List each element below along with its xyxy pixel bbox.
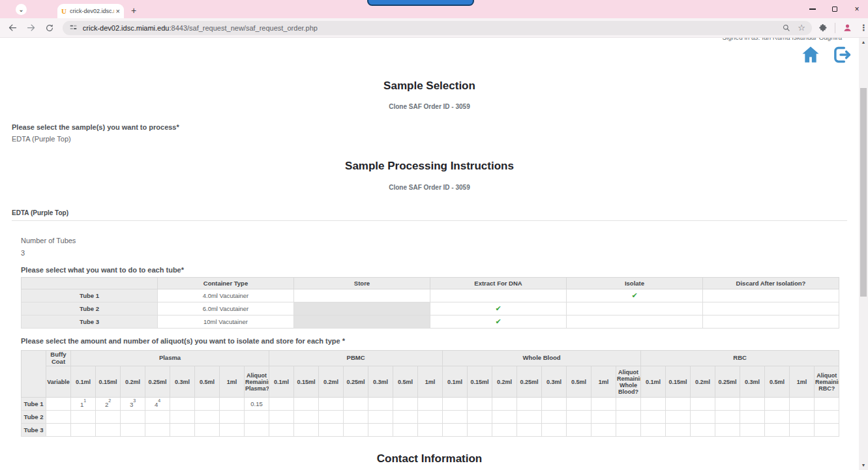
profile-avatar-icon[interactable] <box>842 22 853 33</box>
number-of-tubes-label: Number of Tubes <box>21 237 76 244</box>
browser-tab[interactable]: U crick-dev02.idsc.miami.edu:844 × <box>57 4 124 18</box>
tab-search-button[interactable]: ⌄ <box>16 4 27 15</box>
page-title-sample-selection: Sample Selection <box>0 80 859 93</box>
back-button[interactable] <box>4 20 22 37</box>
extensions-puzzle-icon[interactable] <box>818 23 828 33</box>
plasma-size-header: 0.25ml <box>145 366 170 398</box>
aliquot-cell <box>468 424 492 437</box>
aliquot-cell <box>220 424 245 437</box>
site-info-icon <box>69 23 78 32</box>
aliquot-cell <box>294 411 319 424</box>
plasma-size-header: 0.3ml <box>170 366 195 398</box>
aliquot-cell <box>468 411 492 424</box>
aliquot-cell <box>344 424 368 437</box>
aliquot-cell <box>715 424 740 437</box>
plasma-size-header: 0.1ml <box>71 366 96 398</box>
logout-icon[interactable] <box>830 44 854 65</box>
aliquot-cell <box>765 424 790 437</box>
aliquot-cell <box>245 424 269 437</box>
aliquot-cell <box>616 424 641 437</box>
aliquot-label: Please select the amount and number of a… <box>21 337 345 345</box>
aliquot-cell <box>517 398 542 411</box>
header-variable: Variable <box>46 366 71 398</box>
rbc-size-header: 0.15ml <box>666 366 691 398</box>
aliquot-cell <box>567 411 591 424</box>
section-label-edta: EDTA (Purple Top) <box>12 209 68 216</box>
sub-header-row: Variable 0.1ml 0.15ml 0.2ml 0.25ml 0.3ml… <box>22 366 839 398</box>
tube2-label: Tube 2 <box>22 411 46 424</box>
tube3-label: Tube 3 <box>22 316 158 329</box>
aliquot-cell <box>591 411 616 424</box>
aliquot-cell <box>344 398 368 411</box>
wb-size-header: 0.5ml <box>567 366 591 398</box>
aliquot-cell <box>269 411 294 424</box>
address-bar[interactable]: crick-dev02.idsc.miami.edu:8443/saf_requ… <box>63 21 812 35</box>
aliquot-cell <box>790 411 815 424</box>
aliquot-table: Buffy Coat Plasma PBMC Whole Blood RBC V… <box>21 350 839 437</box>
table-row: Tube 1 4.0ml Vacutainer ✔ <box>22 289 839 302</box>
aliquot-cell <box>616 411 641 424</box>
header-rem-plasma: Aliquot Remaining Plasma? <box>245 366 269 398</box>
tube-action-label: Please select what you want to do to eac… <box>21 266 184 274</box>
group-buffy-coat: Buffy Coat <box>46 351 71 366</box>
sample-type-value: EDTA (Purple Top) <box>12 135 71 143</box>
forward-button[interactable] <box>22 20 40 37</box>
header-container-type: Container Type <box>158 278 294 289</box>
aliquot-cell: 33 <box>121 398 145 411</box>
tube3-container: 10ml Vacutainer <box>158 316 294 329</box>
aliquot-sup: 1 <box>83 398 86 403</box>
aliquot-cell <box>393 398 418 411</box>
tube1-discard-cell <box>703 289 839 302</box>
aliquot-cell <box>170 411 195 424</box>
group-header-row: Buffy Coat Plasma PBMC Whole Blood RBC <box>22 351 839 366</box>
aliquot-cell <box>418 424 443 437</box>
aliquot-cell <box>294 398 319 411</box>
aliquot-cell <box>46 424 71 437</box>
reload-button[interactable] <box>40 20 59 37</box>
aliquot-cell <box>195 398 220 411</box>
new-tab-button[interactable]: + <box>127 4 140 17</box>
scroll-down-icon[interactable]: ▼ <box>859 461 868 470</box>
maximize-button[interactable] <box>824 0 846 18</box>
aliquot-cell <box>443 411 468 424</box>
aliquot-sup: 3 <box>133 398 136 403</box>
reload-icon <box>45 23 54 33</box>
aliquot-cell <box>220 398 245 411</box>
site-favicon: U <box>61 7 67 15</box>
wb-size-header: 0.2ml <box>492 366 517 398</box>
table-row: Tube 3 10ml Vacutainer ✔ <box>22 316 839 329</box>
aliquot-cell <box>418 411 443 424</box>
page-scrollbar[interactable]: ▲ ▼ <box>859 38 868 470</box>
aliquot-cell <box>195 424 220 437</box>
group-rbc: RBC <box>641 351 839 366</box>
zoom-icon[interactable] <box>782 23 791 33</box>
aliquot-row-tube1: Tube 1 11 22 33 44 0.15 <box>22 398 839 411</box>
aliquot-cell <box>542 411 567 424</box>
minimize-button[interactable] <box>801 0 824 18</box>
bookmark-star-icon[interactable]: ☆ <box>798 23 805 33</box>
clone-order-id-2: Clone SAF Order ID - 3059 <box>0 184 859 191</box>
aliquot-cell <box>245 411 269 424</box>
aliquot-cell <box>319 424 344 437</box>
wb-size-header: 0.1ml <box>443 366 468 398</box>
aliquot-cell <box>71 411 96 424</box>
scroll-up-icon[interactable]: ▲ <box>859 38 868 47</box>
menu-kebab-icon[interactable]: ⋮ <box>860 23 868 33</box>
aliquot-cell <box>591 424 616 437</box>
home-icon[interactable] <box>800 44 821 65</box>
header-rem-whole-blood: Aliquot Remaining Whole Blood? <box>616 366 641 398</box>
close-button[interactable]: × <box>846 0 868 18</box>
aliquot-cell <box>46 411 71 424</box>
scrollbar-thumb[interactable] <box>860 88 867 297</box>
aliquot-cell <box>393 424 418 437</box>
forward-arrow-icon <box>26 23 36 33</box>
aliquot-row-tube2: Tube 2 <box>22 411 839 424</box>
aliquot-sup: 4 <box>158 398 160 403</box>
tab-close-icon[interactable]: × <box>116 7 120 15</box>
aliquot-cell <box>740 398 765 411</box>
aliquot-cell <box>393 411 418 424</box>
aliquot-cell <box>319 398 344 411</box>
tube-actions-table: Container Type Store Extract For DNA Iso… <box>21 277 839 329</box>
aliquot-cell <box>616 398 641 411</box>
aliquot-cell <box>790 424 815 437</box>
